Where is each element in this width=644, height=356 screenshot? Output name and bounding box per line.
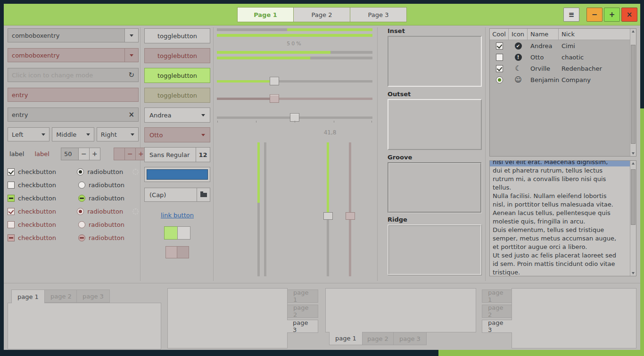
checkbox-unchecked-alt[interactable] bbox=[8, 221, 15, 228]
comboboxentry-text[interactable] bbox=[12, 32, 121, 39]
switch-on[interactable] bbox=[164, 226, 190, 240]
name-combobox-alt[interactable]: Otto bbox=[144, 127, 210, 142]
mode-entry[interactable]: ↻ bbox=[8, 68, 139, 82]
exclamation-circle-icon: ! bbox=[515, 54, 522, 61]
nb1-tab-page3[interactable]: page 3 bbox=[76, 290, 110, 303]
checkbutton-label: checkbutton bbox=[18, 208, 56, 215]
scroll-down-icon[interactable] bbox=[632, 152, 635, 155]
maximize-button[interactable]: + bbox=[604, 8, 620, 22]
switch-knob[interactable] bbox=[165, 246, 177, 258]
entry-alt-input[interactable] bbox=[12, 91, 134, 99]
tree-scrollbar[interactable] bbox=[630, 29, 636, 156]
textview-content[interactable]: nisi vel elit erat. Maecenas dignissim, … bbox=[490, 161, 630, 276]
textview-scrollbar[interactable] bbox=[630, 161, 636, 276]
checkbox-mixed[interactable] bbox=[8, 195, 15, 202]
nb3-tab-page3[interactable]: page 3 bbox=[393, 332, 427, 345]
scrollbar-thumb[interactable] bbox=[631, 45, 636, 144]
column-header-name[interactable]: Name bbox=[528, 29, 559, 40]
radio-unselected[interactable] bbox=[78, 182, 85, 189]
scale-handle[interactable] bbox=[323, 212, 333, 220]
entry-clearable-input[interactable] bbox=[12, 111, 128, 118]
column-header-cool[interactable]: Cool bbox=[490, 29, 509, 40]
nb4-tab-page2[interactable]: page 2 bbox=[482, 305, 512, 318]
scrollbar-thumb[interactable] bbox=[631, 169, 636, 225]
textview[interactable]: nisi vel elit erat. Maecenas dignissim, … bbox=[489, 160, 636, 276]
spinbutton-alt-value[interactable] bbox=[114, 148, 125, 160]
switch-off[interactable] bbox=[165, 246, 189, 258]
row-checkbox[interactable] bbox=[496, 65, 503, 72]
row-checkbox[interactable] bbox=[496, 42, 503, 50]
table-row[interactable]: ☾ Orville Redenbacher bbox=[490, 63, 630, 74]
tab-page-2[interactable]: Page 2 bbox=[294, 7, 350, 22]
switch-knob[interactable] bbox=[177, 226, 190, 240]
table-row[interactable]: ☺ Benjamin Company bbox=[490, 74, 630, 85]
mode-entry-input[interactable] bbox=[12, 72, 128, 79]
row-radio[interactable] bbox=[496, 76, 503, 83]
progressbar-73 bbox=[217, 51, 372, 54]
spin-plus-button[interactable]: + bbox=[89, 148, 100, 160]
file-chooser-button[interactable]: (Cap) bbox=[144, 188, 210, 202]
vscale-normal[interactable] bbox=[323, 142, 333, 276]
togglebutton-alt[interactable]: togglebutton bbox=[144, 48, 210, 63]
link-button[interactable]: link button bbox=[144, 212, 210, 219]
scroll-down-icon[interactable] bbox=[632, 272, 635, 274]
radio-mixed[interactable] bbox=[78, 195, 85, 202]
hscale-marks[interactable] bbox=[217, 113, 372, 122]
scale-trough bbox=[349, 142, 351, 276]
checkbox-checked-alt[interactable] bbox=[8, 208, 15, 215]
clear-icon[interactable]: × bbox=[128, 110, 134, 119]
dropdown-left[interactable]: Left bbox=[8, 127, 50, 141]
tab-page-1[interactable]: Page 1 bbox=[237, 7, 294, 22]
nb3-tab-page1[interactable]: page 1 bbox=[329, 332, 363, 345]
nb2-tab-page2[interactable]: page 2 bbox=[287, 305, 318, 318]
refresh-icon[interactable]: ↻ bbox=[128, 71, 134, 79]
combobox-arrow-button-alt[interactable] bbox=[124, 48, 139, 62]
close-button[interactable]: × bbox=[621, 8, 637, 22]
check-radio-group: checkbutton radiobutton checkbutton radi… bbox=[8, 165, 139, 244]
minimize-button[interactable]: − bbox=[586, 8, 603, 22]
font-button[interactable]: Sans Regular 12 bbox=[144, 147, 210, 162]
togglebutton-active[interactable]: togglebutton bbox=[144, 68, 210, 83]
nb3-tab-page2[interactable]: page 2 bbox=[361, 332, 395, 345]
scroll-up-icon[interactable] bbox=[632, 30, 635, 33]
nb1-tab-page1[interactable]: page 1 bbox=[11, 290, 45, 303]
comboboxentry-input-alt[interactable] bbox=[8, 48, 124, 62]
nb1-tab-page2[interactable]: page 2 bbox=[44, 290, 78, 303]
entry-clearable[interactable]: × bbox=[8, 108, 139, 122]
spinbutton-value[interactable]: 50 bbox=[61, 148, 79, 160]
combobox-arrow-button[interactable] bbox=[124, 28, 139, 42]
checkbox-checked[interactable] bbox=[8, 168, 15, 175]
comboboxentry-text-alt[interactable] bbox=[12, 52, 121, 59]
nb4-tab-page3[interactable]: page 3 bbox=[482, 320, 512, 333]
radio-mixed-alt[interactable] bbox=[78, 234, 85, 241]
togglebutton-normal[interactable]: togglebutton bbox=[144, 28, 210, 43]
dropdown-right[interactable]: Right bbox=[97, 127, 139, 141]
spin-alt-minus-button[interactable]: − bbox=[124, 148, 136, 160]
nb2-tab-page3[interactable]: page 3 bbox=[287, 320, 318, 333]
dropdown-middle[interactable]: Middle bbox=[52, 127, 94, 141]
column-header-nick[interactable]: Nick bbox=[559, 29, 630, 40]
scale-handle[interactable] bbox=[270, 77, 279, 85]
table-row[interactable]: ! Otto chaotic bbox=[490, 51, 630, 63]
entry-alt[interactable] bbox=[8, 88, 139, 102]
row-checkbox[interactable] bbox=[496, 54, 503, 61]
nb4-tab-page1[interactable]: page 1 bbox=[482, 290, 512, 303]
name-combobox[interactable]: Andrea bbox=[144, 108, 210, 123]
radio-unselected-alt[interactable] bbox=[78, 221, 85, 228]
checkbox-mixed-alt[interactable] bbox=[8, 234, 15, 241]
spin-minus-button[interactable]: − bbox=[78, 148, 90, 160]
comboboxentry-input[interactable] bbox=[8, 28, 124, 42]
checkbox-unchecked[interactable] bbox=[8, 182, 15, 189]
tab-page-3[interactable]: Page 3 bbox=[350, 7, 407, 22]
scroll-up-icon[interactable] bbox=[632, 162, 635, 165]
radio-selected[interactable] bbox=[77, 168, 84, 175]
column-header-icon[interactable]: Icon bbox=[509, 29, 528, 40]
togglebutton-olive[interactable]: togglebutton bbox=[144, 88, 210, 103]
color-button[interactable] bbox=[144, 167, 210, 182]
hscale-normal[interactable] bbox=[217, 76, 372, 86]
moon-icon: ☾ bbox=[515, 65, 521, 72]
table-row[interactable]: ✔ Andrea Cimi bbox=[490, 40, 630, 51]
menu-button[interactable]: ≡ bbox=[563, 8, 579, 22]
nb2-tab-page1[interactable]: page 1 bbox=[287, 290, 318, 303]
radio-selected-alt[interactable] bbox=[77, 208, 84, 215]
